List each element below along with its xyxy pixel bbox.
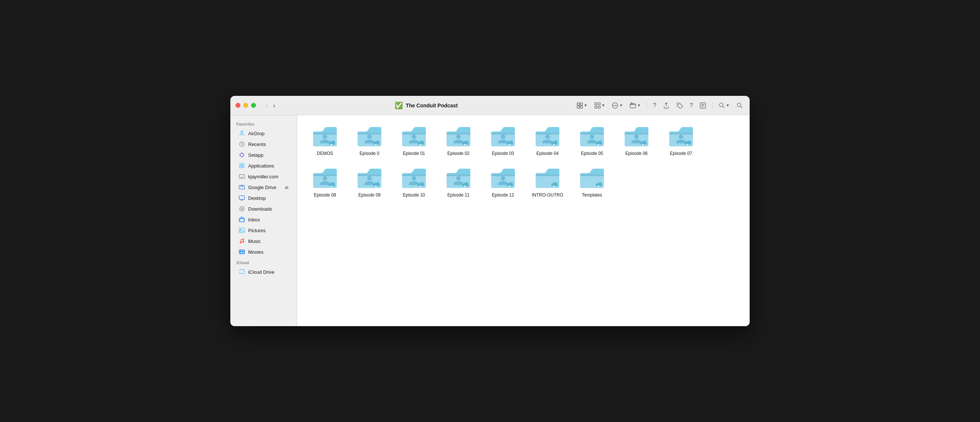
help-button[interactable]: ?: [651, 101, 658, 110]
sidebar-item-gdrive[interactable]: Google Drive ⏏: [232, 182, 294, 192]
svg-rect-68: [402, 174, 426, 176]
folder-item-ep04[interactable]: Episode 04: [527, 123, 568, 160]
folder-item-demos[interactable]: DEMOS: [304, 123, 345, 160]
folder-name-ep01: Episode 01: [403, 151, 425, 157]
folder-item-ep07[interactable]: Episode 07: [661, 123, 702, 160]
spotlight-button[interactable]: ▼: [717, 101, 731, 110]
minimize-button[interactable]: [243, 103, 248, 108]
downloads-label: Downloads: [248, 206, 272, 212]
folder-item-ep09[interactable]: Episode 09: [349, 164, 390, 202]
svg-rect-47: [491, 133, 515, 134]
folder-item-ep02[interactable]: Episode 02: [438, 123, 479, 160]
folder-name-ep10: Episode 10: [403, 192, 425, 198]
svg-rect-35: [313, 133, 337, 134]
svg-rect-74: [491, 174, 515, 176]
svg-point-42: [412, 134, 416, 139]
svg-rect-26: [239, 196, 245, 200]
arrange-button[interactable]: ▼: [610, 101, 624, 110]
title-icon: ✅: [395, 101, 403, 110]
folder-name-templates: Templates: [582, 192, 602, 198]
svg-point-32: [243, 241, 244, 243]
folder-item-templates[interactable]: Templates: [572, 164, 612, 202]
eject-icon[interactable]: ⏏: [285, 185, 289, 190]
view-options-button[interactable]: ▼: [593, 101, 607, 110]
tag-button[interactable]: [675, 101, 684, 110]
svg-rect-7: [598, 106, 600, 108]
magnifier-icon: [719, 102, 725, 109]
music-icon: [239, 238, 245, 245]
recents-label: Recents: [248, 142, 266, 147]
finder-window: ‹ › ✅ The Conduit Podcast ▼: [230, 96, 750, 326]
gdrive-icon: [239, 184, 245, 190]
nav-buttons: ‹ ›: [263, 101, 277, 110]
grid-icon: [576, 102, 583, 109]
folder-icon-ep0: [356, 126, 383, 149]
folder-item-ep11[interactable]: Episode 11: [438, 164, 479, 202]
svg-point-31: [240, 242, 241, 243]
folder-item-ep10[interactable]: Episode 10: [393, 164, 434, 202]
svg-rect-6: [595, 106, 597, 108]
close-button[interactable]: [235, 103, 240, 108]
svg-rect-77: [536, 174, 559, 176]
svg-point-63: [323, 176, 327, 181]
sidebar-item-airdrop[interactable]: AirDrop: [232, 128, 294, 139]
svg-rect-50: [536, 133, 559, 134]
svg-rect-22: [240, 166, 242, 168]
folder-item-intro-outro[interactable]: INTRO-OUTRO: [527, 164, 568, 202]
share-button[interactable]: [661, 101, 671, 110]
movies-label: Movies: [248, 249, 263, 255]
folder-item-ep0[interactable]: Episode 0: [349, 123, 390, 160]
movies-icon: [239, 249, 245, 255]
svg-rect-53: [580, 133, 604, 134]
sidebar-item-pictures[interactable]: Pictures: [232, 225, 294, 235]
folder-item-ep08[interactable]: Episode 08: [304, 164, 345, 202]
forward-button[interactable]: ›: [271, 101, 277, 110]
folder-item-ep01[interactable]: Episode 01: [393, 123, 434, 160]
favorites-header: Favorites: [230, 119, 297, 128]
sidebar-item-recents[interactable]: Recents: [232, 139, 294, 149]
view-grid-button[interactable]: ▼: [575, 101, 589, 110]
back-button[interactable]: ‹: [263, 101, 270, 110]
tag-icon: [676, 102, 683, 109]
kjay-label: kjaymiller.com: [248, 174, 278, 179]
search-button[interactable]: [735, 101, 745, 110]
folder-item-ep12[interactable]: Episode 12: [482, 164, 523, 202]
folder-icon-templates: [579, 168, 605, 190]
sidebar-item-music[interactable]: Music: [232, 236, 294, 246]
sidebar-item-desktop[interactable]: Desktop: [232, 193, 294, 203]
question-mark-icon: ?: [653, 102, 656, 109]
svg-rect-20: [240, 163, 242, 165]
svg-point-39: [367, 134, 372, 139]
svg-rect-38: [358, 133, 381, 134]
icloud-header: iCloud: [230, 257, 297, 266]
notes-button[interactable]: [698, 101, 708, 110]
svg-rect-1: [580, 102, 582, 105]
folder-name-ep06: Episode 06: [625, 151, 648, 157]
kjay-icon: [239, 173, 245, 180]
folder-item-ep06[interactable]: Episode 06: [616, 123, 657, 160]
sidebar-item-inbox[interactable]: Inbox: [232, 214, 294, 225]
svg-point-66: [367, 176, 372, 181]
svg-rect-62: [313, 174, 337, 176]
folder-name-ep09: Episode 09: [358, 192, 380, 198]
svg-rect-4: [595, 102, 597, 105]
path-button[interactable]: ▼: [628, 101, 642, 110]
sidebar-item-applications[interactable]: Applications: [232, 160, 294, 171]
content-area: Favorites AirDrop: [230, 115, 750, 326]
svg-rect-33: [239, 250, 245, 254]
folder-item-ep03[interactable]: Episode 03: [482, 123, 523, 160]
maximize-button[interactable]: [251, 103, 256, 108]
sidebar-item-setapp[interactable]: Setapp: [232, 150, 294, 160]
svg-point-60: [679, 134, 683, 139]
folder-name-ep08: Episode 08: [314, 192, 336, 198]
help2-button[interactable]: ?: [688, 101, 694, 110]
sidebar-item-movies[interactable]: Movies: [232, 247, 294, 257]
folder-item-ep05[interactable]: Episode 05: [572, 123, 612, 160]
folder-icon-ep11: [445, 168, 472, 190]
folder-grid: DEMOS: [304, 123, 742, 202]
sidebar-item-icloud[interactable]: iCloud Drive: [232, 267, 294, 277]
sidebar-item-kjay[interactable]: kjaymiller.com: [232, 171, 294, 182]
svg-point-30: [240, 229, 242, 230]
traffic-lights: [235, 103, 256, 108]
sidebar-item-downloads[interactable]: Downloads: [232, 203, 294, 214]
